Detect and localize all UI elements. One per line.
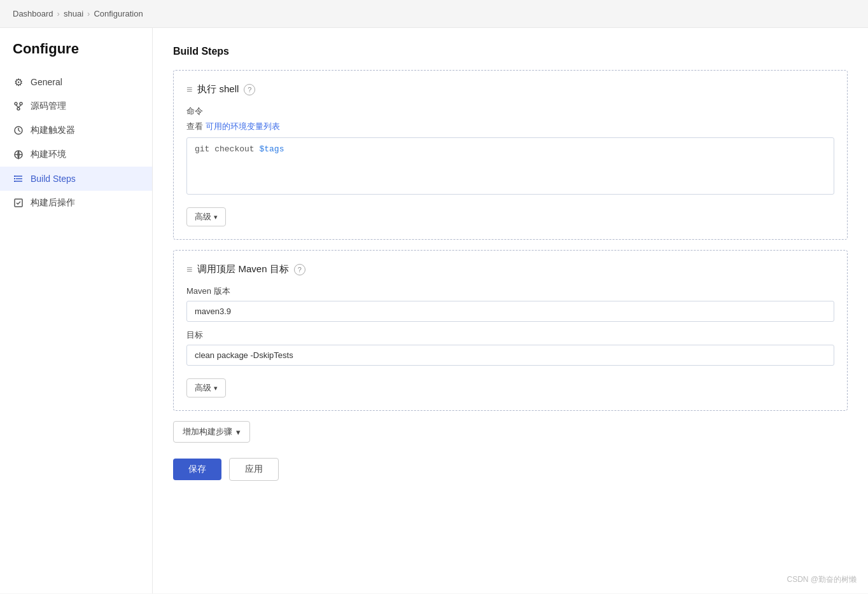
source-icon [13, 100, 24, 112]
post-build-icon [13, 197, 24, 209]
svg-line-7 [18, 130, 20, 132]
chevron-down-icon-maven: ▾ [214, 384, 218, 392]
build-steps-icon [13, 173, 24, 184]
sidebar-label-trigger: 构建触发器 [31, 125, 75, 136]
sidebar-item-post-build[interactable]: 构建后操作 [0, 191, 152, 215]
chevron-down-icon-shell: ▾ [214, 213, 218, 221]
sidebar-title: Configure [0, 41, 152, 70]
env-link-row: 查看 可用的环境变量列表 [186, 121, 834, 132]
add-step-label: 增加构建步骤 [183, 426, 232, 438]
drag-icon-maven[interactable]: ≡ [186, 264, 192, 275]
breadcrumb-sep-1: › [57, 9, 60, 18]
step-card-maven: ≡ 调用顶层 Maven 目标 ? Maven 版本 目标 高级 ▾ [173, 250, 848, 411]
sidebar-item-build-steps[interactable]: Build Steps [0, 167, 152, 191]
help-icon-shell[interactable]: ? [244, 84, 255, 95]
breadcrumb: Dashboard › shuai › Configuration [0, 0, 868, 28]
env-vars-link[interactable]: 可用的环境变量列表 [206, 121, 280, 131]
maven-goals-input[interactable] [186, 345, 834, 366]
globe-icon [13, 149, 24, 160]
command-label: 命令 [186, 106, 834, 117]
footer-buttons: 保存 应用 [173, 458, 848, 481]
shell-command-area[interactable]: git checkout $tags [186, 137, 834, 195]
step-card-shell: ≡ 执行 shell ? 命令 查看 可用的环境变量列表 git checkou… [173, 70, 848, 240]
breadcrumb-dashboard[interactable]: Dashboard [13, 9, 53, 18]
breadcrumb-sep-2: › [87, 9, 90, 18]
breadcrumb-configuration: Configuration [94, 9, 143, 18]
sidebar-item-source[interactable]: 源码管理 [0, 94, 152, 118]
clock-icon [13, 125, 24, 136]
svg-line-4 [18, 105, 21, 107]
main-content: Build Steps ≡ 执行 shell ? 命令 查看 可用的环境变量列表… [153, 28, 868, 593]
advanced-btn-maven[interactable]: 高级 ▾ [186, 378, 226, 397]
breadcrumb-shuai[interactable]: shuai [64, 9, 83, 18]
svg-rect-14 [14, 178, 15, 179]
save-button[interactable]: 保存 [173, 459, 221, 480]
step-title-shell: 执行 shell [197, 83, 239, 95]
maven-version-input[interactable] [186, 301, 834, 322]
svg-rect-13 [14, 176, 15, 177]
drag-icon-shell[interactable]: ≡ [186, 84, 192, 95]
svg-line-3 [16, 105, 18, 107]
svg-point-1 [20, 102, 22, 105]
svg-point-0 [15, 102, 17, 105]
svg-point-2 [17, 107, 20, 110]
sidebar-item-trigger[interactable]: 构建触发器 [0, 118, 152, 142]
sidebar: Configure ⚙ General 源码管理 构建触发器 [0, 28, 153, 593]
sidebar-item-general[interactable]: ⚙ General [0, 70, 152, 94]
gear-icon: ⚙ [13, 76, 24, 88]
advanced-label-shell: 高级 [195, 211, 211, 223]
advanced-label-maven: 高级 [195, 382, 211, 394]
watermark: CSDN @勤奋的树懒 [787, 574, 857, 585]
maven-version-label: Maven 版本 [186, 286, 834, 297]
sidebar-label-post-build: 构建后操作 [31, 197, 75, 209]
step-title-maven: 调用顶层 Maven 目标 [197, 263, 288, 275]
step-header-shell: ≡ 执行 shell ? [186, 83, 834, 95]
sidebar-label-env: 构建环境 [31, 149, 66, 160]
apply-button[interactable]: 应用 [229, 458, 279, 481]
maven-goals-label: 目标 [186, 329, 834, 341]
page-title: Build Steps [173, 46, 848, 57]
sidebar-label-build-steps: Build Steps [31, 174, 76, 184]
svg-rect-15 [14, 181, 15, 182]
step-header-maven: ≡ 调用顶层 Maven 目标 ? [186, 263, 834, 275]
add-step-button[interactable]: 增加构建步骤 ▾ [173, 421, 250, 443]
sidebar-item-env[interactable]: 构建环境 [0, 142, 152, 167]
sidebar-label-source: 源码管理 [31, 100, 66, 112]
sidebar-label-general: General [31, 77, 62, 87]
add-step-chevron-icon: ▾ [236, 427, 241, 437]
help-icon-maven[interactable]: ? [294, 264, 305, 275]
advanced-btn-shell[interactable]: 高级 ▾ [186, 207, 226, 226]
